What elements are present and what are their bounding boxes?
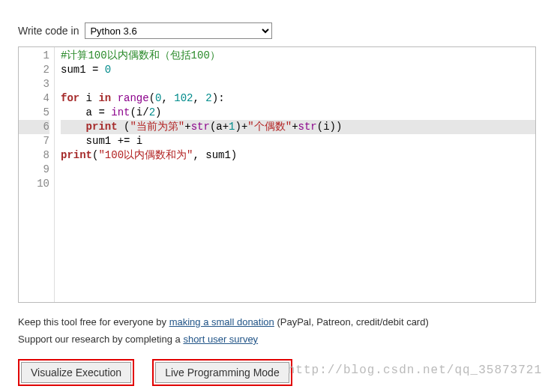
- donation-line: Keep this tool free for everyone by maki…: [18, 313, 536, 331]
- code-line[interactable]: [61, 77, 535, 91]
- code-line[interactable]: #计算100以内偶数和（包括100）: [61, 49, 535, 63]
- code-line[interactable]: print ("当前为第"+str(a+1)+"个偶数"+str(i)): [61, 120, 535, 134]
- survey-line: Support our research by completing a sho…: [18, 331, 536, 348]
- gutter-line: 8: [19, 148, 49, 163]
- code-line[interactable]: print("100以内偶数和为", sum1): [61, 148, 535, 163]
- gutter-line: 10: [19, 177, 49, 191]
- button-row: Visualize Execution Live Programming Mod…: [18, 359, 536, 386]
- language-label: Write code in: [18, 25, 79, 37]
- donation-link[interactable]: making a small donation: [169, 316, 274, 328]
- code-line[interactable]: for i in range(0, 102, 2):: [61, 91, 535, 106]
- live-highlight: Live Programming Mode: [152, 359, 292, 386]
- gutter-line: 4: [19, 91, 49, 106]
- donation-suffix: (PayPal, Patreon, credit/debit card): [274, 316, 429, 328]
- visualize-highlight: Visualize Execution: [18, 359, 134, 386]
- code-line[interactable]: sum1 += i: [61, 134, 535, 148]
- gutter-line: 5: [19, 106, 49, 120]
- footer: Keep this tool free for everyone by maki…: [18, 313, 536, 349]
- gutter-line: 3: [19, 77, 49, 91]
- language-row: Write code in Python 3.6: [18, 22, 536, 39]
- gutter-line: 1: [19, 49, 49, 63]
- survey-prefix: Support our research by completing a: [18, 334, 183, 345]
- code-line[interactable]: [61, 177, 535, 191]
- page-root: Write code in Python 3.6 12345678910 #计算…: [0, 0, 554, 392]
- code-line[interactable]: sum1 = 0: [61, 63, 535, 77]
- code-editor[interactable]: 12345678910 #计算100以内偶数和（包括100）sum1 = 0fo…: [18, 46, 536, 303]
- language-select[interactable]: Python 3.6: [85, 22, 272, 39]
- code-line[interactable]: a = int(i/2): [61, 106, 535, 120]
- donation-prefix: Keep this tool free for everyone by: [18, 316, 169, 328]
- visualize-button[interactable]: Visualize Execution: [21, 362, 131, 383]
- code-area[interactable]: #计算100以内偶数和（包括100）sum1 = 0for i in range…: [55, 47, 535, 302]
- gutter-line: 7: [19, 134, 49, 148]
- gutter-line: 6: [19, 120, 49, 134]
- gutter-line: 9: [19, 163, 49, 177]
- gutter-line: 2: [19, 63, 49, 77]
- survey-link[interactable]: short user survey: [183, 334, 258, 345]
- live-programming-button[interactable]: Live Programming Mode: [155, 362, 289, 383]
- code-line[interactable]: [61, 163, 535, 177]
- gutter: 12345678910: [19, 47, 55, 302]
